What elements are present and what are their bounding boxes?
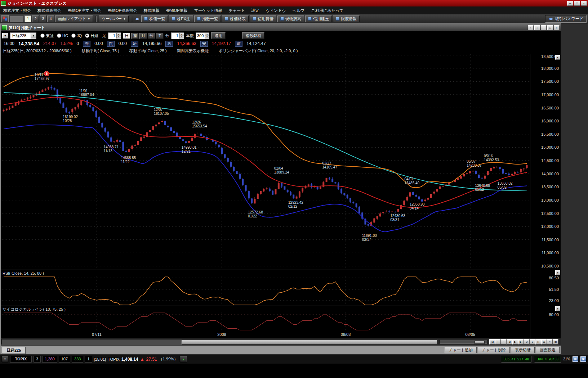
toolbar-quick-button[interactable]: 株価一覧 xyxy=(141,15,168,22)
chart-nav-button[interactable]: ▦ xyxy=(553,339,558,345)
chart-action-button[interactable]: チャート追加 xyxy=(445,347,477,353)
status-index-tab[interactable]: TOPIX xyxy=(10,356,32,363)
period-button-T[interactable]: T xyxy=(156,33,164,39)
chart-nav-button[interactable]: L xyxy=(530,339,535,345)
chart-action-button[interactable]: チャート削除 xyxy=(478,347,510,353)
menu-item[interactable]: ご利用にあたって xyxy=(308,6,347,14)
toolbar-quick-button[interactable]: 信用建玉 xyxy=(305,15,332,22)
radio-dot xyxy=(85,33,89,38)
trade-password-button[interactable]: ◀▶ 取引パスワード xyxy=(545,15,587,23)
toolbar-quick-button[interactable]: 株EX注 xyxy=(169,15,193,22)
app-close-button[interactable]: × xyxy=(581,1,587,6)
chart-nav-button[interactable]: D xyxy=(524,339,530,345)
status-window-button[interactable]: □ xyxy=(2,356,8,362)
chart-nav-button[interactable]: |◀ xyxy=(489,339,495,345)
chart-nav-button[interactable]: ＋ xyxy=(495,339,501,345)
scrollbar-thumb[interactable] xyxy=(182,340,437,345)
market-radio-日経[interactable]: 日経 xyxy=(85,33,98,39)
menu-item[interactable]: 株式情報 xyxy=(141,6,163,14)
chart-window-titlebar[interactable]: [5110] 指数チャート ▫▪─□× xyxy=(1,24,561,31)
chartwin-dock-button[interactable]: ▪ xyxy=(534,25,540,30)
toolbar-quick-button[interactable]: 株価格表 xyxy=(222,15,249,22)
axis-scroll-button[interactable]: ▼ xyxy=(555,306,560,311)
toolbar-quick-button[interactable]: 指数一覧 xyxy=(194,15,221,22)
chart-action-button[interactable]: 表示切替 xyxy=(511,347,535,353)
chart-nav-button[interactable]: ⊞ xyxy=(541,339,547,345)
chart-icon[interactable]: ▦ xyxy=(573,356,578,362)
layout-preset-button-3[interactable]: 3 xyxy=(40,15,46,22)
menu-item[interactable]: 設定 xyxy=(248,6,263,14)
toolbar-collapse-icon[interactable]: ◀▶ xyxy=(134,17,140,21)
ashi-stepper[interactable]: 1 ▲▼ xyxy=(108,32,121,39)
spinner-arrows[interactable]: ▲▼ xyxy=(179,33,184,39)
chartwin-close-button[interactable]: × xyxy=(554,25,560,30)
quote-value: 14,124.47 xyxy=(246,41,266,46)
menu-item[interactable]: 先物OP情報 xyxy=(163,6,191,14)
axis-scroll-button[interactable]: ▼ xyxy=(555,270,560,275)
bar-count-stepper[interactable]: 300 ▲▼ xyxy=(196,32,209,39)
spin-down-icon[interactable]: ▼ xyxy=(180,36,184,39)
menu-item[interactable]: 株式残高照会 xyxy=(34,6,64,14)
toolbar-quick-button[interactable]: 信用貸借 xyxy=(250,15,276,22)
period-button-分[interactable]: 分 xyxy=(148,33,155,39)
period-button-月[interactable]: 月 xyxy=(139,33,147,39)
axis-scroll-button[interactable]: ▼ xyxy=(555,55,560,60)
status-meter: 394.4 904.8 xyxy=(534,356,561,363)
spin-up-icon[interactable]: ▲ xyxy=(180,33,184,36)
zoom-slider-thumb[interactable] xyxy=(475,341,485,344)
app-grid-icon[interactable] xyxy=(1,15,9,22)
toolbar-menu-button[interactable]: ツールバー▼ xyxy=(99,15,129,22)
menu-item[interactable]: チャート xyxy=(226,6,248,14)
menu-item[interactable]: 先物OP注文・照会 xyxy=(64,6,104,14)
chart-action-button[interactable]: 画面設定 xyxy=(536,347,560,353)
period-button-日[interactable]: 日 xyxy=(123,33,130,39)
chartwin-float-button[interactable]: ▫ xyxy=(528,25,534,30)
scroll-up-button[interactable]: ▲ xyxy=(180,356,187,362)
chart-nav-button[interactable]: − xyxy=(501,339,507,345)
button-label: 信用貸借 xyxy=(258,16,273,22)
window-icon[interactable]: ▣ xyxy=(580,356,586,362)
market-radio-JQ[interactable]: JQ xyxy=(71,33,82,38)
toolbar-field[interactable] xyxy=(10,16,23,22)
spin-up-icon[interactable]: ▲ xyxy=(117,33,121,36)
chart-nav-button[interactable]: × xyxy=(547,339,553,345)
menu-item[interactable]: マーケット情報 xyxy=(191,6,226,14)
horizontal-scrollbar[interactable] xyxy=(1,339,437,345)
x-axis: 07/11200808/0308/05 xyxy=(1,331,530,338)
toolbar-quick-button[interactable]: 現物残高 xyxy=(277,15,304,22)
menu-item[interactable]: ヘルプ xyxy=(289,6,308,14)
menu-item[interactable]: ウィンドウ xyxy=(263,6,289,14)
chartwin-maximize-button[interactable]: □ xyxy=(547,25,553,30)
layout-preset-button-1[interactable]: 1 xyxy=(24,15,31,22)
multi-symbol-button[interactable]: 複数銘柄 xyxy=(242,32,264,39)
spin-down-icon[interactable]: ▼ xyxy=(117,36,121,39)
symbol-combo[interactable]: 日経225 ▼ xyxy=(10,32,36,39)
spin-down-icon[interactable]: ▼ xyxy=(205,36,209,39)
screen-layout-button[interactable]: 画面レイアウト▼ xyxy=(55,15,93,22)
chart-nav-button[interactable]: ◀ xyxy=(507,339,512,345)
layout-preset-button-2[interactable]: 2 xyxy=(32,15,39,22)
period-button-週[interactable]: 週 xyxy=(131,33,139,39)
layout-preset-button-4[interactable]: 4 xyxy=(47,15,54,22)
spinner-arrows[interactable]: ▲▼ xyxy=(205,33,209,39)
symbol-dropdown-button[interactable]: ▼ xyxy=(2,33,8,39)
chart-nav-button[interactable]: R xyxy=(535,339,541,345)
app-restore-button[interactable]: □ xyxy=(574,1,580,6)
chartwin-minimize-button[interactable]: ─ xyxy=(541,25,547,30)
apply-button[interactable]: 適用 xyxy=(211,32,226,39)
spin-up-icon[interactable]: ▲ xyxy=(205,33,209,36)
market-radio-東証[interactable]: 東証 xyxy=(40,33,54,39)
toolbar-quick-button[interactable]: 限度情報 xyxy=(333,15,360,22)
chart-tab-nikkei225[interactable]: 日経225 xyxy=(2,347,26,354)
market-radio-HC[interactable]: HC xyxy=(57,33,68,38)
app-minimize-button[interactable]: ─ xyxy=(567,1,573,6)
spinner-arrows[interactable]: ▲▼ xyxy=(116,33,121,39)
chart-nav-button[interactable]: ▶| xyxy=(518,339,524,345)
menu-item[interactable]: 株式注文・照会 xyxy=(0,6,34,14)
chart-nav-button[interactable]: ▶ xyxy=(512,339,518,345)
quote-label-chip: 安 xyxy=(200,41,208,47)
price-chart-canvas[interactable] xyxy=(1,54,530,270)
menu-item[interactable]: 先物OP残高照会 xyxy=(104,6,141,14)
zoom-slider[interactable] xyxy=(440,340,487,344)
minute-stepper[interactable]: 1 ▲▼ xyxy=(171,32,184,39)
